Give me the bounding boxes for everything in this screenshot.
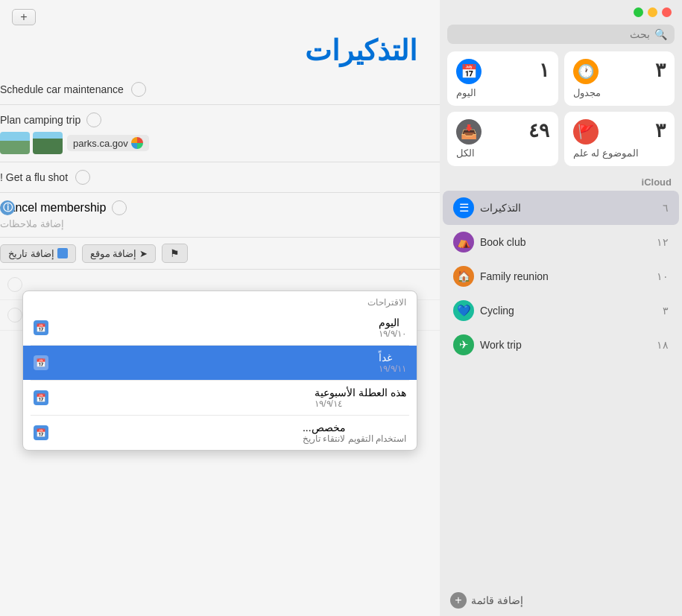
add-button[interactable]: + (12, 9, 36, 25)
scheduled-icon: 🕐 (573, 59, 599, 84)
list-count: ٣ (663, 305, 669, 317)
smart-list-today[interactable]: ١ 📅 اليوم (447, 51, 558, 106)
list-item-reminders[interactable]: ٦ التذكيرات ☰ (443, 191, 679, 225)
list-count: ١٠ (657, 270, 669, 282)
calendar-icon: 📅 (34, 320, 48, 335)
list-count: ٦ (663, 202, 669, 214)
add-location-button[interactable]: ➤ إضافة موقع (82, 244, 157, 263)
left-panel: + التذكيرات Schedule car maintenance Pla… (0, 0, 440, 616)
flag-icon: ⚑ (170, 247, 180, 259)
flag-button[interactable]: ⚑ (162, 244, 188, 263)
today-icon: 📅 (456, 59, 481, 84)
traffic-lights (440, 0, 682, 22)
list-item-work-trip[interactable]: ١٨ Work trip ✈ (443, 328, 679, 362)
dropdown-item-date: ١٩/٩/١٠ (379, 328, 406, 339)
reminder-checkbox[interactable] (86, 112, 101, 127)
today-label: اليوم (456, 87, 476, 98)
calendar-icon (57, 248, 68, 258)
today-count: ١ (539, 59, 549, 82)
search-input[interactable] (455, 28, 650, 40)
reminder-item: Get a flu shot ! (0, 162, 440, 193)
scheduled-label: مجدول (573, 87, 601, 98)
all-count: ٤٩ (528, 119, 549, 142)
search-bar[interactable]: 🔍 (447, 25, 675, 44)
icloud-section-label: iCloud (440, 174, 682, 191)
info-button[interactable]: ⓘ (0, 200, 15, 215)
add-list-label: إضافة قائمة (471, 594, 523, 606)
reminder-checkbox[interactable] (112, 200, 127, 215)
close-button[interactable] (662, 7, 672, 17)
dropdown-item-tomorrow[interactable]: غداً ١٩/٩/١١ 📅 (23, 346, 417, 380)
list-icon: 💙 (453, 300, 474, 321)
flagged-count: ٣ (655, 119, 666, 142)
list-icon: 🏠 (453, 266, 474, 287)
list-icon: ⛺ (453, 232, 474, 253)
list-icon: ☰ (453, 197, 474, 218)
link-text: parks.ca.gov (73, 138, 128, 149)
reminder-checkbox[interactable] (7, 277, 22, 292)
list-name: Work trip (480, 339, 522, 351)
dropdown-item-date: ١٩/٩/١١ (379, 363, 406, 374)
dropdown-item-custom[interactable]: مخصص... استخدام التقويم لانتقاء تاريخ 📅 (23, 416, 417, 450)
cancel-membership-row: ⓘ Cancel membership إضافة ملاحظات (0, 193, 440, 238)
reminder-text: Get a flu shot ! (0, 171, 68, 183)
toolbar-row: ⚑ ➤ إضافة موقع إضافة تاريخ (0, 238, 440, 270)
maximize-button[interactable] (634, 7, 643, 17)
dropdown-item-weekend[interactable]: هذه العطلة الأسبوعية ١٩/٩/١٤ 📅 (23, 381, 417, 415)
reminder-text: Plan camping trip (0, 114, 80, 126)
dropdown-item-date: ١٩/٩/١٤ (315, 399, 342, 409)
right-panel: 🔍 ١ 📅 اليوم ٣ 🕐 مجدول ٤٩ 📥 الكل (440, 0, 682, 616)
list-name: Book club (480, 236, 525, 248)
smart-list-scheduled[interactable]: ٣ 🕐 مجدول (564, 51, 675, 106)
scheduled-count: ٣ (655, 59, 666, 82)
reminder-text: Schedule car maintenance (0, 83, 124, 95)
reminder-item: Schedule car maintenance (0, 74, 440, 105)
date-picker-dropdown: الاقتراحات اليوم ١٩/٩/١٠ 📅 غداً ١٩/٩/١١ … (22, 290, 417, 451)
add-date-label: إضافة تاريخ (8, 248, 54, 259)
list-item-book-club[interactable]: ١٢ Book club ⛺ (443, 225, 679, 259)
flagged-label: الموضوع له علم (573, 147, 639, 159)
top-bar: + (0, 0, 440, 34)
dropdown-item-label: مخصص... (303, 422, 346, 434)
reminder-link[interactable]: parks.ca.gov (67, 135, 149, 151)
list-item-cycling[interactable]: ٣ Cycling 💙 (443, 293, 679, 328)
calendar-icon: 📅 (34, 390, 48, 405)
list-item-family-reunion[interactable]: ١٠ Family reunion 🏠 (443, 259, 679, 293)
flagged-icon: 🚩 (573, 119, 599, 145)
dropdown-item-label: غداً (379, 352, 392, 363)
list-name: Family reunion (480, 270, 549, 282)
dropdown-header: الاقتراحات (23, 291, 417, 311)
page-title: التذكيرات (0, 34, 440, 74)
smart-list-all[interactable]: ٤٩ 📥 الكل (447, 112, 558, 166)
add-note-placeholder[interactable]: إضافة ملاحظات (0, 218, 64, 229)
all-icon: 📥 (456, 119, 481, 145)
add-date-button[interactable]: إضافة تاريخ (0, 244, 76, 263)
minimize-button[interactable] (648, 7, 657, 17)
reminder-text: Cancel membership (0, 201, 106, 215)
dropdown-item-date: استخدام التقويم لانتقاء تاريخ (303, 434, 406, 444)
list-name: التذكيرات (480, 202, 521, 214)
dropdown-item-label: هذه العطلة الأسبوعية (315, 387, 406, 399)
info-content: Cancel membership إضافة ملاحظات (0, 200, 440, 229)
thumbnail-image (33, 132, 63, 154)
add-list-icon: + (450, 592, 467, 609)
add-list-row[interactable]: إضافة قائمة + (440, 585, 682, 616)
dropdown-item-today[interactable]: اليوم ١٩/٩/١٠ 📅 (23, 311, 417, 345)
list-items-container: ٦ التذكيرات ☰ ١٢ Book club ⛺ ١٠ Family r… (440, 191, 682, 585)
all-label: الكل (456, 147, 475, 159)
smart-lists-grid: ١ 📅 اليوم ٣ 🕐 مجدول ٤٩ 📥 الكل ٣ 🚩 (440, 51, 682, 174)
calendar-icon: 📅 (34, 355, 48, 370)
reminder-checkbox[interactable] (7, 308, 22, 323)
dropdown-item-label: اليوم (379, 317, 400, 328)
location-icon: ➤ (139, 248, 148, 259)
reminder-images (0, 132, 63, 154)
smart-list-flagged[interactable]: ٣ 🚩 الموضوع له علم (564, 112, 675, 166)
list-name: Cycling (480, 305, 514, 317)
thumbnail-image (0, 132, 30, 154)
reminder-checkbox[interactable] (131, 82, 146, 97)
reminder-item: Plan camping trip parks.ca.gov (0, 105, 440, 162)
reminder-checkbox[interactable] (75, 170, 90, 185)
list-icon: ✈ (453, 334, 474, 355)
add-location-label: إضافة موقع (90, 248, 137, 259)
link-favicon-icon (131, 137, 143, 149)
